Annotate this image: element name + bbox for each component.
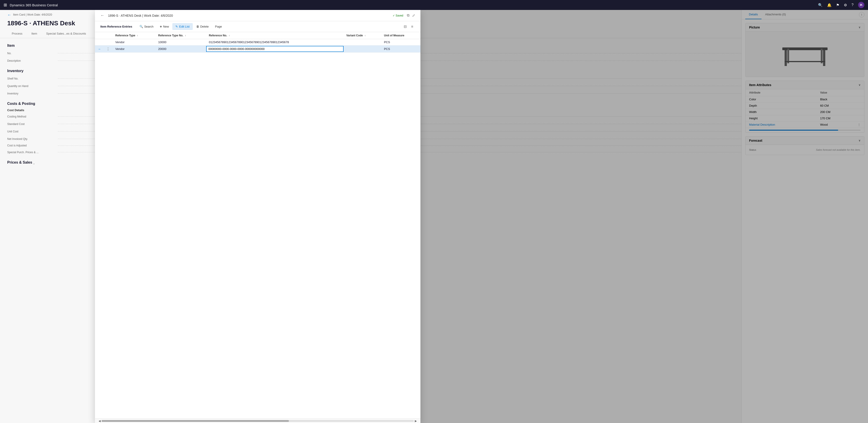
toolbar-new-button[interactable]: + New: [157, 23, 172, 30]
cell-unit-of-measure: PCS: [381, 39, 421, 45]
scrollbar-thumb[interactable]: [101, 420, 289, 422]
field-desc-label: Description: [7, 59, 53, 62]
toolbar-section-title: Item Reference Entries: [100, 25, 132, 28]
toolbar-edit-icon: ✎: [176, 25, 178, 28]
col-variant-code-header[interactable]: Variant Code ↑: [344, 32, 381, 39]
tab-item[interactable]: Item: [27, 30, 41, 38]
toolbar-search-icon: 🔍: [140, 25, 143, 28]
toolbar-new-icon: +: [160, 25, 162, 29]
ref-no-input[interactable]: [206, 46, 344, 52]
field-qty-label: Quantity on Hand: [7, 85, 53, 88]
prices-sales-chevron[interactable]: ›: [33, 162, 34, 165]
col-unit-of-measure-header[interactable]: Unit of Measure: [381, 32, 421, 39]
field-shelf-label: Shelf No.: [7, 77, 53, 80]
modal-table-container: Reference Type ↑ Reference Type No. ↑ Re…: [95, 32, 421, 419]
modal-container: ← 1896-S · ATHENS Desk | Work Date: 4/6/…: [95, 10, 421, 423]
app-title: Dynamics 365 Business Central: [10, 3, 815, 7]
cell-unit-of-measure: PCS: [381, 45, 421, 53]
modal-scrollbar: ◀ ▶: [95, 419, 421, 423]
table-row[interactable]: →⋮Vendor20000PCS: [95, 45, 421, 53]
search-nav-icon[interactable]: 🔍: [818, 3, 823, 7]
table-header-row: Reference Type ↑ Reference Type No. ↑ Re…: [95, 32, 421, 39]
flag-icon[interactable]: ⚑: [836, 3, 839, 7]
col-ref-type-header[interactable]: Reference Type ↑: [113, 32, 156, 39]
col-ref-type-no-header[interactable]: Reference Type No. ↑: [156, 32, 206, 39]
cell-ref-no: 0123456789012345678901234567890123456789…: [206, 39, 344, 45]
toolbar-edit-list-button[interactable]: ✎ Edit List: [173, 23, 192, 30]
modal-restore-button[interactable]: ⧉: [407, 13, 409, 18]
modal-saved-indicator: ✓ Saved: [393, 14, 403, 17]
net-invoiced-label: Net Invoiced Qty.: [7, 137, 53, 140]
unit-cost-label: Unit Cost: [7, 130, 53, 133]
col-ref-no-label: Reference No.: [209, 34, 227, 37]
scrollbar-left-arrow[interactable]: ◀: [98, 419, 101, 423]
toolbar-list-view-button[interactable]: ≡: [409, 23, 415, 30]
toolbar-delete-button[interactable]: 🗑 Delete: [193, 24, 212, 30]
scrollbar-track[interactable]: [101, 420, 414, 422]
breadcrumb: Item Card | Work Date: 4/6/2020: [13, 13, 52, 16]
col-menu-header: [103, 32, 113, 39]
scrollbar-right-arrow[interactable]: ▶: [414, 419, 418, 423]
tab-process[interactable]: Process: [7, 30, 27, 38]
help-icon[interactable]: ?: [851, 3, 854, 7]
modal-header: ← 1896-S · ATHENS Desk | Work Date: 4/6/…: [95, 10, 421, 21]
cell-variant-code: [344, 39, 381, 45]
standard-cost-label: Standard Cost: [7, 123, 53, 126]
toolbar-delete-label: Delete: [200, 25, 209, 28]
nav-icons: 🔍 🔔 ⚑ ⚙ ? IK: [818, 2, 864, 8]
cost-adjusted-label: Cost is Adjusted: [7, 144, 53, 147]
table-row: Vendor1000001234567890123456789012345678…: [95, 39, 421, 45]
user-avatar[interactable]: IK: [858, 2, 864, 8]
toolbar-delete-icon: 🗑: [196, 25, 199, 28]
modal-table: Reference Type ↑ Reference Type No. ↑ Re…: [95, 32, 421, 53]
row-selection-arrow: →: [98, 47, 101, 51]
col-arrow-header: [95, 32, 103, 39]
main-layout: ← Item Card | Work Date: 4/6/2020 1896-S…: [0, 10, 868, 423]
cell-ref-type-no: 10000: [156, 39, 206, 45]
cell-ref-type-no: 20000: [156, 45, 206, 53]
prices-sales-title: Prices & Sales: [7, 160, 32, 164]
col-ref-no-sort: ↑: [229, 34, 230, 37]
notifications-icon[interactable]: 🔔: [827, 3, 832, 7]
col-ref-type-sort: ↑: [137, 34, 138, 37]
special-purch-label: Special Purch. Prices & ...: [7, 151, 53, 154]
col-ref-type-no-label: Reference Type No.: [158, 34, 183, 37]
toolbar-new-label: New: [163, 25, 169, 28]
toolbar-search-label: Search: [144, 25, 153, 28]
modal-toolbar: Item Reference Entries 🔍 Search + New ✎ …: [95, 21, 421, 32]
toolbar-page-label: Page: [215, 25, 222, 28]
toolbar-filter-button[interactable]: ⊟: [402, 23, 408, 30]
col-variant-label: Variant Code: [346, 34, 363, 37]
field-inventory-label: Inventory: [7, 92, 53, 95]
toolbar-search-button[interactable]: 🔍 Search: [137, 24, 156, 30]
col-variant-sort: ↑: [365, 34, 366, 37]
settings-icon[interactable]: ⚙: [844, 3, 847, 7]
tab-special-sales[interactable]: Special Sales...es & Discounts: [41, 30, 90, 38]
field-no-label: No.: [7, 52, 53, 55]
top-nav: ⊞ Dynamics 365 Business Central 🔍 🔔 ⚑ ⚙ …: [0, 0, 868, 10]
toolbar-page-button[interactable]: Page: [212, 24, 224, 30]
row-context-menu-button[interactable]: ⋮: [106, 47, 110, 51]
modal-back-button[interactable]: ←: [100, 13, 104, 18]
back-button-main[interactable]: ←: [7, 13, 11, 18]
waffle-icon[interactable]: ⊞: [4, 2, 7, 7]
col-uom-label: Unit of Measure: [384, 34, 404, 37]
col-ref-no-header[interactable]: Reference No. ↑: [206, 32, 344, 39]
modal-expand-button[interactable]: ⤢: [412, 13, 415, 18]
modal-window-buttons: ⧉ ⤢: [407, 13, 415, 18]
cell-ref-no[interactable]: [206, 45, 344, 53]
cell-ref-type: Vendor: [113, 39, 156, 45]
cell-variant-code: [344, 45, 381, 53]
costing-method-label: Costing Method: [7, 115, 53, 118]
col-ref-type-no-sort: ↑: [185, 34, 186, 37]
toolbar-edit-list-label: Edit List: [179, 25, 189, 28]
cell-ref-type: Vendor: [113, 45, 156, 53]
col-ref-type-label: Reference Type: [115, 34, 135, 37]
modal-title: 1896-S · ATHENS Desk | Work Date: 4/6/20…: [108, 14, 389, 18]
